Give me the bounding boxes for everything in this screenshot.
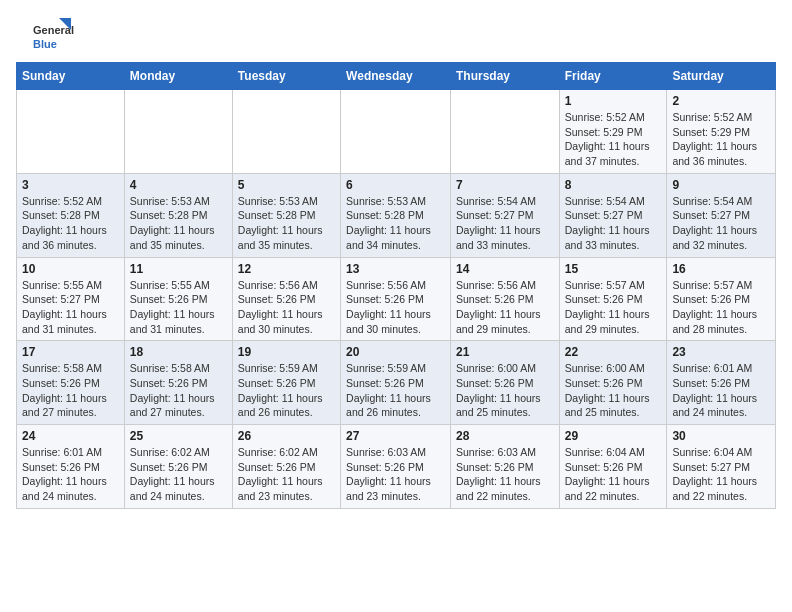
day-info: Sunrise: 5:55 AMSunset: 5:26 PMDaylight:… xyxy=(130,278,227,337)
day-number: 13 xyxy=(346,262,445,276)
logo: General Blue xyxy=(16,16,86,56)
col-header-monday: Monday xyxy=(124,63,232,90)
day-info: Sunrise: 5:53 AMSunset: 5:28 PMDaylight:… xyxy=(130,194,227,253)
week-row-4: 24Sunrise: 6:01 AMSunset: 5:26 PMDayligh… xyxy=(17,425,776,509)
col-header-tuesday: Tuesday xyxy=(232,63,340,90)
day-info: Sunrise: 5:57 AMSunset: 5:26 PMDaylight:… xyxy=(565,278,662,337)
day-info: Sunrise: 5:54 AMSunset: 5:27 PMDaylight:… xyxy=(456,194,554,253)
day-info: Sunrise: 6:02 AMSunset: 5:26 PMDaylight:… xyxy=(130,445,227,504)
day-cell: 5Sunrise: 5:53 AMSunset: 5:28 PMDaylight… xyxy=(232,173,340,257)
day-number: 18 xyxy=(130,345,227,359)
day-cell: 4Sunrise: 5:53 AMSunset: 5:28 PMDaylight… xyxy=(124,173,232,257)
day-number: 10 xyxy=(22,262,119,276)
day-number: 25 xyxy=(130,429,227,443)
day-info: Sunrise: 5:59 AMSunset: 5:26 PMDaylight:… xyxy=(346,361,445,420)
day-info: Sunrise: 6:00 AMSunset: 5:26 PMDaylight:… xyxy=(565,361,662,420)
day-number: 30 xyxy=(672,429,770,443)
day-number: 5 xyxy=(238,178,335,192)
day-number: 22 xyxy=(565,345,662,359)
col-header-saturday: Saturday xyxy=(667,63,776,90)
day-number: 28 xyxy=(456,429,554,443)
day-number: 26 xyxy=(238,429,335,443)
day-number: 17 xyxy=(22,345,119,359)
day-cell: 23Sunrise: 6:01 AMSunset: 5:26 PMDayligh… xyxy=(667,341,776,425)
day-number: 1 xyxy=(565,94,662,108)
col-header-thursday: Thursday xyxy=(450,63,559,90)
day-info: Sunrise: 5:52 AMSunset: 5:29 PMDaylight:… xyxy=(565,110,662,169)
day-info: Sunrise: 5:56 AMSunset: 5:26 PMDaylight:… xyxy=(238,278,335,337)
day-cell: 1Sunrise: 5:52 AMSunset: 5:29 PMDaylight… xyxy=(559,90,667,174)
day-cell: 22Sunrise: 6:00 AMSunset: 5:26 PMDayligh… xyxy=(559,341,667,425)
day-info: Sunrise: 6:03 AMSunset: 5:26 PMDaylight:… xyxy=(456,445,554,504)
day-cell: 15Sunrise: 5:57 AMSunset: 5:26 PMDayligh… xyxy=(559,257,667,341)
day-info: Sunrise: 5:53 AMSunset: 5:28 PMDaylight:… xyxy=(238,194,335,253)
day-number: 9 xyxy=(672,178,770,192)
day-number: 8 xyxy=(565,178,662,192)
day-number: 4 xyxy=(130,178,227,192)
day-info: Sunrise: 5:53 AMSunset: 5:28 PMDaylight:… xyxy=(346,194,445,253)
day-number: 19 xyxy=(238,345,335,359)
day-info: Sunrise: 6:00 AMSunset: 5:26 PMDaylight:… xyxy=(456,361,554,420)
day-number: 16 xyxy=(672,262,770,276)
page: General Blue SundayMondayTuesdayWednesda… xyxy=(0,0,792,519)
day-cell: 7Sunrise: 5:54 AMSunset: 5:27 PMDaylight… xyxy=(450,173,559,257)
day-info: Sunrise: 5:57 AMSunset: 5:26 PMDaylight:… xyxy=(672,278,770,337)
logo-icon: General Blue xyxy=(16,16,86,56)
day-info: Sunrise: 5:55 AMSunset: 5:27 PMDaylight:… xyxy=(22,278,119,337)
day-info: Sunrise: 6:03 AMSunset: 5:26 PMDaylight:… xyxy=(346,445,445,504)
day-info: Sunrise: 5:52 AMSunset: 5:29 PMDaylight:… xyxy=(672,110,770,169)
day-cell: 14Sunrise: 5:56 AMSunset: 5:26 PMDayligh… xyxy=(450,257,559,341)
day-number: 21 xyxy=(456,345,554,359)
day-cell: 20Sunrise: 5:59 AMSunset: 5:26 PMDayligh… xyxy=(341,341,451,425)
day-number: 11 xyxy=(130,262,227,276)
day-cell: 27Sunrise: 6:03 AMSunset: 5:26 PMDayligh… xyxy=(341,425,451,509)
week-row-0: 1Sunrise: 5:52 AMSunset: 5:29 PMDaylight… xyxy=(17,90,776,174)
day-number: 29 xyxy=(565,429,662,443)
day-cell: 29Sunrise: 6:04 AMSunset: 5:26 PMDayligh… xyxy=(559,425,667,509)
day-cell: 16Sunrise: 5:57 AMSunset: 5:26 PMDayligh… xyxy=(667,257,776,341)
day-number: 24 xyxy=(22,429,119,443)
day-cell xyxy=(124,90,232,174)
day-info: Sunrise: 5:58 AMSunset: 5:26 PMDaylight:… xyxy=(22,361,119,420)
day-info: Sunrise: 6:04 AMSunset: 5:26 PMDaylight:… xyxy=(565,445,662,504)
col-header-sunday: Sunday xyxy=(17,63,125,90)
day-cell: 11Sunrise: 5:55 AMSunset: 5:26 PMDayligh… xyxy=(124,257,232,341)
calendar-header-row: SundayMondayTuesdayWednesdayThursdayFrid… xyxy=(17,63,776,90)
day-cell: 13Sunrise: 5:56 AMSunset: 5:26 PMDayligh… xyxy=(341,257,451,341)
day-cell: 17Sunrise: 5:58 AMSunset: 5:26 PMDayligh… xyxy=(17,341,125,425)
day-cell xyxy=(341,90,451,174)
day-number: 23 xyxy=(672,345,770,359)
day-number: 3 xyxy=(22,178,119,192)
day-info: Sunrise: 5:54 AMSunset: 5:27 PMDaylight:… xyxy=(672,194,770,253)
day-info: Sunrise: 5:54 AMSunset: 5:27 PMDaylight:… xyxy=(565,194,662,253)
day-cell: 30Sunrise: 6:04 AMSunset: 5:27 PMDayligh… xyxy=(667,425,776,509)
day-number: 14 xyxy=(456,262,554,276)
day-number: 2 xyxy=(672,94,770,108)
day-info: Sunrise: 5:59 AMSunset: 5:26 PMDaylight:… xyxy=(238,361,335,420)
day-info: Sunrise: 6:04 AMSunset: 5:27 PMDaylight:… xyxy=(672,445,770,504)
day-cell: 25Sunrise: 6:02 AMSunset: 5:26 PMDayligh… xyxy=(124,425,232,509)
day-info: Sunrise: 6:01 AMSunset: 5:26 PMDaylight:… xyxy=(672,361,770,420)
day-cell xyxy=(17,90,125,174)
week-row-3: 17Sunrise: 5:58 AMSunset: 5:26 PMDayligh… xyxy=(17,341,776,425)
day-cell: 19Sunrise: 5:59 AMSunset: 5:26 PMDayligh… xyxy=(232,341,340,425)
day-cell: 18Sunrise: 5:58 AMSunset: 5:26 PMDayligh… xyxy=(124,341,232,425)
col-header-friday: Friday xyxy=(559,63,667,90)
day-cell xyxy=(450,90,559,174)
header: General Blue xyxy=(16,16,776,56)
day-info: Sunrise: 5:56 AMSunset: 5:26 PMDaylight:… xyxy=(346,278,445,337)
day-info: Sunrise: 6:02 AMSunset: 5:26 PMDaylight:… xyxy=(238,445,335,504)
week-row-2: 10Sunrise: 5:55 AMSunset: 5:27 PMDayligh… xyxy=(17,257,776,341)
day-number: 12 xyxy=(238,262,335,276)
day-cell xyxy=(232,90,340,174)
day-number: 6 xyxy=(346,178,445,192)
day-cell: 12Sunrise: 5:56 AMSunset: 5:26 PMDayligh… xyxy=(232,257,340,341)
day-number: 7 xyxy=(456,178,554,192)
day-cell: 26Sunrise: 6:02 AMSunset: 5:26 PMDayligh… xyxy=(232,425,340,509)
day-info: Sunrise: 5:56 AMSunset: 5:26 PMDaylight:… xyxy=(456,278,554,337)
day-cell: 8Sunrise: 5:54 AMSunset: 5:27 PMDaylight… xyxy=(559,173,667,257)
day-cell: 2Sunrise: 5:52 AMSunset: 5:29 PMDaylight… xyxy=(667,90,776,174)
day-info: Sunrise: 5:58 AMSunset: 5:26 PMDaylight:… xyxy=(130,361,227,420)
day-cell: 21Sunrise: 6:00 AMSunset: 5:26 PMDayligh… xyxy=(450,341,559,425)
day-cell: 6Sunrise: 5:53 AMSunset: 5:28 PMDaylight… xyxy=(341,173,451,257)
